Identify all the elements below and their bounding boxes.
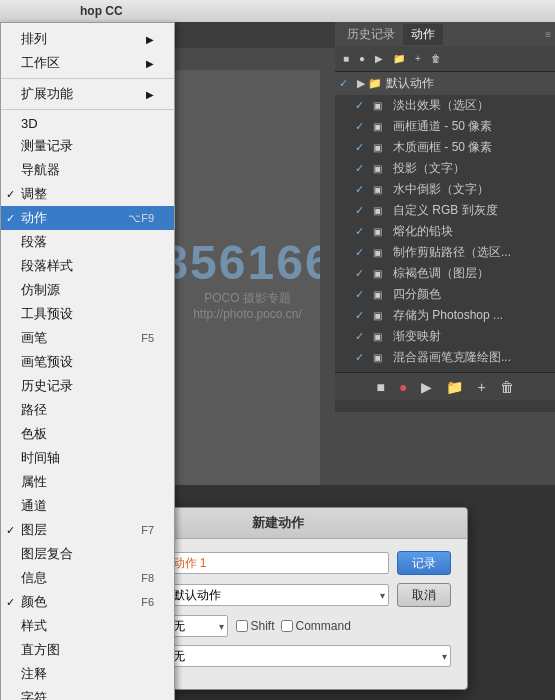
menu-item-timeline[interactable]: 时间轴	[1, 446, 174, 470]
command-label: Command	[296, 619, 351, 633]
menu-item-styles[interactable]: 样式	[1, 614, 174, 638]
action-item[interactable]: ✓ ▣ 淡出效果（选区）	[335, 95, 555, 116]
color-select[interactable]: 无	[168, 645, 451, 667]
canvas-area: 356166 POCO 摄影专题 http://photo.poco.cn/	[175, 70, 320, 485]
func-key-select-wrapper: 无 ▾	[168, 615, 228, 637]
func-key-select[interactable]: 无	[168, 615, 228, 637]
menu-item-clone-source[interactable]: 仿制源	[1, 278, 174, 302]
new-set-btn[interactable]: 📁	[442, 377, 467, 397]
menu-item-paragraph[interactable]: 段落	[1, 230, 174, 254]
panel-menu-icon[interactable]: ≡	[545, 29, 551, 40]
play-bottom-btn[interactable]: ▶	[417, 377, 436, 397]
shortcut-label: ⌥F9	[128, 212, 154, 225]
color-select-wrapper: 无 ▾	[168, 645, 451, 667]
group-name: 默认动作	[386, 75, 551, 92]
title-bar: hop CC	[0, 0, 555, 22]
panel-bottom-bar: ■ ● ▶ 📁 + 🗑	[335, 372, 555, 400]
menu-item-properties[interactable]: 属性	[1, 470, 174, 494]
group-select-wrapper: 默认动作 ▾	[168, 584, 389, 606]
tab-actions[interactable]: 动作	[403, 24, 443, 45]
shortcut-label: F8	[141, 572, 154, 584]
menu-item-paths[interactable]: 路径	[1, 398, 174, 422]
action-item[interactable]: ✓ ▣ 熔化的铅块	[335, 221, 555, 242]
actions-list: ✓ ▶ 📁 默认动作 ✓ ▣ 淡出效果（选区） ✓ ▣ 画框通道 - 50 像素…	[335, 72, 555, 372]
action-item[interactable]: ✓ ▣ 四分颜色	[335, 284, 555, 305]
command-checkbox-input[interactable]	[281, 620, 293, 632]
shortcut-label: F7	[141, 524, 154, 536]
menu-item-brush[interactable]: 画笔 F5	[1, 326, 174, 350]
stop-btn[interactable]: ■	[339, 51, 353, 66]
shortcut-label: F5	[141, 332, 154, 344]
new-action-btn[interactable]: +	[473, 377, 489, 397]
delete-btn[interactable]: 🗑	[427, 51, 445, 66]
shift-checkbox-input[interactable]	[236, 620, 248, 632]
menu-item-measure[interactable]: 测量记录	[1, 134, 174, 158]
menu-item-channels[interactable]: 通道	[1, 494, 174, 518]
add-btn[interactable]: +	[411, 51, 425, 66]
action-group-header[interactable]: ✓ ▶ 📁 默认动作	[335, 72, 555, 95]
menu-item-history[interactable]: 历史记录	[1, 374, 174, 398]
tab-history[interactable]: 历史记录	[339, 24, 403, 45]
delete-action-btn[interactable]: 🗑	[496, 377, 518, 397]
canvas-watermark: 356166	[175, 235, 320, 290]
menu-item-3d[interactable]: 3D	[1, 113, 174, 134]
shift-label: Shift	[251, 619, 275, 633]
menu-item-histogram[interactable]: 直方图	[1, 638, 174, 662]
divider	[1, 109, 174, 110]
record-btn[interactable]: ●	[355, 51, 369, 66]
action-item[interactable]: ✓ ▣ 画框通道 - 50 像素	[335, 116, 555, 137]
action-item[interactable]: ✓ ▣ 投影（文字）	[335, 158, 555, 179]
action-item[interactable]: ✓ ▣ 自定义 RGB 到灰度	[335, 200, 555, 221]
menu-item-swatches[interactable]: 色板	[1, 422, 174, 446]
panel-tabs: 历史记录 动作 ≡	[335, 22, 555, 46]
menu-item-color[interactable]: 颜色 F6	[1, 590, 174, 614]
window-dropdown-menu: 排列 ▶ 工作区 ▶ 扩展功能 ▶ 3D 测量记录 导航器 调整 动作 ⌥F9 …	[0, 22, 175, 700]
shift-checkbox[interactable]: Shift	[236, 619, 275, 633]
arrow-icon: ▶	[146, 89, 154, 100]
menu-item-navigator[interactable]: 导航器	[1, 158, 174, 182]
poco-line2: http://photo.poco.cn/	[175, 307, 320, 321]
menu-item-info[interactable]: 信息 F8	[1, 566, 174, 590]
menu-item-character[interactable]: 字符	[1, 686, 174, 700]
action-item[interactable]: ✓ ▣ 棕褐色调（图层）	[335, 263, 555, 284]
menu-item-layers[interactable]: 图层 F7	[1, 518, 174, 542]
menu-item-tool-presets[interactable]: 工具预设	[1, 302, 174, 326]
menu-item-workspace[interactable]: 工作区 ▶	[1, 51, 174, 75]
action-item[interactable]: ✓ ▣ 渐变映射	[335, 326, 555, 347]
play-btn[interactable]: ▶	[371, 51, 387, 66]
action-item[interactable]: ✓ ▣ 水中倒影（文字）	[335, 179, 555, 200]
stop-bottom-btn[interactable]: ■	[372, 377, 388, 397]
menu-item-brush-presets[interactable]: 画笔预设	[1, 350, 174, 374]
menu-item-extensions[interactable]: 扩展功能 ▶	[1, 82, 174, 106]
record-button[interactable]: 记录	[397, 551, 451, 575]
cancel-button[interactable]: 取消	[397, 583, 451, 607]
group-select[interactable]: 默认动作	[168, 584, 389, 606]
actions-panel: 历史记录 动作 ≡ ■ ● ▶ 📁 + 🗑 ✓ ▶ 📁 默认动作 ✓ ▣ 淡出效…	[335, 22, 555, 412]
menu-item-actions[interactable]: 动作 ⌥F9	[1, 206, 174, 230]
command-checkbox[interactable]: Command	[281, 619, 351, 633]
folder-icon: ▶ 📁	[357, 77, 382, 90]
app-title: hop CC	[80, 4, 123, 18]
menu-item-layer-comps[interactable]: 图层复合	[1, 542, 174, 566]
arrow-icon: ▶	[146, 34, 154, 45]
menu-item-adjustments[interactable]: 调整	[1, 182, 174, 206]
record-bottom-btn[interactable]: ●	[395, 377, 411, 397]
action-item[interactable]: ✓ ▣ 存储为 Photoshop ...	[335, 305, 555, 326]
menu-item-paragraph-styles[interactable]: 段落样式	[1, 254, 174, 278]
checkbox-group: Shift Command	[236, 619, 351, 633]
shortcut-label: F6	[141, 596, 154, 608]
menu-item-arrange[interactable]: 排列 ▶	[1, 27, 174, 51]
arrow-icon: ▶	[146, 58, 154, 69]
menu-item-notes[interactable]: 注释	[1, 662, 174, 686]
panel-toolbar: ■ ● ▶ 📁 + 🗑	[335, 46, 555, 72]
action-item[interactable]: ✓ ▣ 混合器画笔克隆绘图...	[335, 347, 555, 368]
action-item[interactable]: ✓ ▣ 制作剪贴路径（选区...	[335, 242, 555, 263]
poco-line1: POCO 摄影专题	[175, 290, 320, 307]
folder-btn[interactable]: 📁	[389, 51, 409, 66]
check-icon: ✓	[339, 77, 353, 90]
name-input[interactable]	[168, 552, 389, 574]
divider	[1, 78, 174, 79]
action-item[interactable]: ✓ ▣ 木质画框 - 50 像素	[335, 137, 555, 158]
